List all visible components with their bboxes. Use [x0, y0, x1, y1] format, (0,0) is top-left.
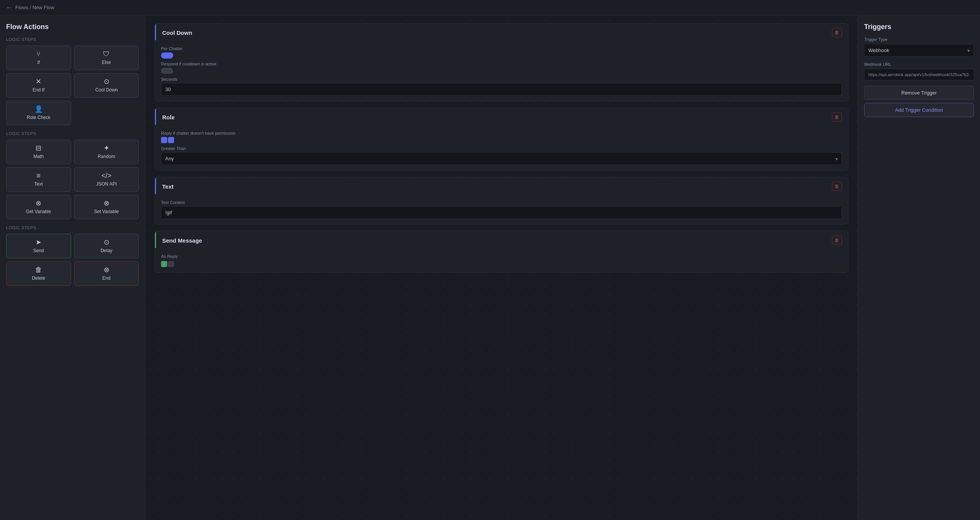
topbar: ← Flows / New Flow [0, 0, 980, 15]
seconds-label: Seconds [161, 77, 842, 82]
json-api-icon: </> [101, 172, 111, 179]
text-button[interactable]: ≡ Text [6, 167, 71, 192]
send-message-delete[interactable]: 🗑 [832, 236, 842, 245]
remove-trigger-button[interactable]: Remove Trigger [864, 86, 974, 100]
logic-steps-label-3: Logic Steps [6, 225, 139, 230]
respond-label: Respond if cooldown is active [161, 62, 842, 66]
logic-steps-label-2: Logic Steps [6, 131, 139, 136]
logic-steps-label-1: Logic Steps [6, 37, 139, 42]
text-content-input[interactable] [161, 206, 842, 219]
role-delete[interactable]: 🗑 [832, 112, 842, 122]
delay-button[interactable]: ⊙ Delay [74, 234, 139, 258]
text-header: Text 🗑 [155, 177, 848, 194]
role-check-button[interactable]: 👤 Role Check [6, 101, 71, 125]
if-button[interactable]: ⑂ If [6, 46, 71, 70]
get-variable-icon: ⊗ [36, 200, 41, 207]
reply-label: Reply if chatter doesn't have permission [161, 131, 842, 135]
respond-toggle-row [161, 68, 842, 74]
else-icon: 🛡 [103, 51, 110, 57]
cool-down-icon: ⊙ [104, 78, 109, 85]
webhook-url-input[interactable] [864, 69, 974, 80]
cool-down-delete[interactable]: 🗑 [832, 28, 842, 37]
text-body: Text Content [155, 194, 848, 224]
add-trigger-button[interactable]: Add Trigger Condition [864, 103, 974, 117]
random-button[interactable]: ✦ Random [74, 140, 139, 164]
role-body: Reply if chatter doesn't have permission… [155, 125, 848, 170]
role-card: Role 🗑 Reply if chatter doesn't have per… [155, 108, 848, 171]
triggers-title: Triggers [864, 23, 974, 31]
role-check-icon: 👤 [34, 106, 43, 112]
end-if-icon: ✕ [36, 78, 41, 85]
greater-than-select[interactable]: Any [161, 152, 842, 165]
end-if-button[interactable]: ✕ End If [6, 73, 71, 98]
if-icon: ⑂ [36, 51, 41, 57]
as-reply-toggle[interactable] [161, 261, 842, 267]
back-button[interactable]: ← [6, 4, 12, 11]
send-message-body: As Reply [155, 248, 848, 272]
role-header: Role 🗑 [155, 108, 848, 125]
logic-grid-1: ⑂ If 🛡 Else ✕ End If ⊙ Cool Down 👤 Role … [6, 46, 139, 125]
delete-button[interactable]: 🗑 Delete [6, 261, 71, 286]
delay-icon: ⊙ [104, 239, 109, 246]
trigger-type-select-wrapper: Webhook Command Timer Event [864, 44, 974, 57]
delete-icon: 🗑 [35, 266, 42, 273]
text-delete[interactable]: 🗑 [832, 182, 842, 191]
end-button[interactable]: ⊗ End [74, 261, 139, 286]
send-icon: ➤ [36, 239, 41, 246]
per-chatter-toggle-row [161, 52, 842, 59]
send-message-title: Send Message [162, 237, 202, 244]
set-variable-icon: ⊗ [104, 200, 109, 207]
send-message-card: Send Message 🗑 As Reply [155, 231, 848, 273]
get-variable-button[interactable]: ⊗ Get Variable [6, 195, 71, 219]
text-card: Text 🗑 Text Content [155, 177, 848, 225]
cool-down-card: Cool Down 🗑 Per Chatter Respond if coold… [155, 23, 848, 101]
reply-toggle-row [161, 137, 842, 143]
text-content-label: Text Content [161, 200, 842, 205]
send-button[interactable]: ➤ Send [6, 234, 71, 258]
right-panel: Triggers Trigger Type Webhook Command Ti… [858, 15, 980, 520]
text-title: Text [162, 183, 174, 190]
center-panel: Cool Down 🗑 Per Chatter Respond if coold… [145, 15, 858, 520]
cool-down-button[interactable]: ⊙ Cool Down [74, 73, 139, 98]
seconds-input[interactable] [161, 83, 842, 96]
main-layout: Flow Actions Logic Steps ⑂ If 🛡 Else ✕ E… [0, 15, 980, 520]
math-button[interactable]: ⊟ Math [6, 140, 71, 164]
end-icon: ⊗ [104, 266, 109, 273]
webhook-url-label: Webhook URL [864, 62, 974, 67]
cool-down-title: Cool Down [162, 29, 192, 36]
per-chatter-label: Per Chatter [161, 46, 842, 51]
cool-down-body: Per Chatter Respond if cooldown is activ… [155, 40, 848, 101]
trigger-type-label: Trigger Type [864, 37, 974, 42]
trigger-type-select[interactable]: Webhook Command Timer Event [864, 44, 974, 57]
greater-than-label: Greater Than [161, 146, 842, 151]
math-icon: ⊟ [36, 145, 41, 152]
breadcrumb: Flows / New Flow [15, 5, 54, 10]
logic-grid-3: ➤ Send ⊙ Delay 🗑 Delete ⊗ End [6, 234, 139, 286]
panel-title: Flow Actions [6, 23, 139, 31]
logic-grid-2: ⊟ Math ✦ Random ≡ Text </> JSON API ⊗ Ge… [6, 140, 139, 219]
set-variable-button[interactable]: ⊗ Set Variable [74, 195, 139, 219]
as-reply-label: As Reply [161, 254, 842, 259]
left-panel: Flow Actions Logic Steps ⑂ If 🛡 Else ✕ E… [0, 15, 145, 520]
reply-toggle-dual[interactable] [161, 137, 174, 143]
role-title: Role [162, 114, 175, 121]
text-icon: ≡ [36, 172, 41, 179]
else-button[interactable]: 🛡 Else [74, 46, 139, 70]
send-message-header: Send Message 🗑 [155, 231, 848, 248]
per-chatter-toggle[interactable] [161, 52, 173, 59]
greater-than-select-wrapper: Any [161, 152, 842, 165]
respond-toggle[interactable] [161, 68, 173, 74]
json-api-button[interactable]: </> JSON API [74, 167, 139, 192]
cool-down-header: Cool Down 🗑 [155, 23, 848, 40]
random-icon: ✦ [104, 145, 109, 152]
